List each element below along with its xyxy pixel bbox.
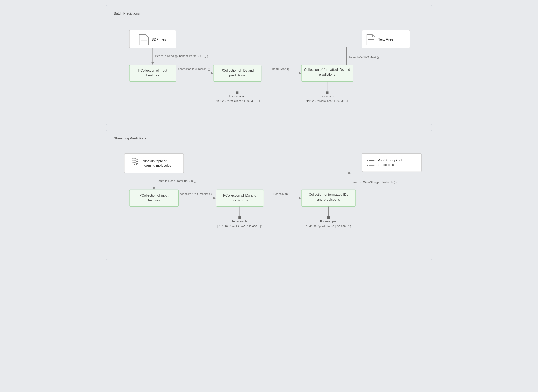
batch-sink-label: Text Files (378, 37, 393, 41)
svg-rect-53 (327, 216, 330, 219)
svg-marker-37 (348, 171, 351, 174)
svg-rect-22 (326, 91, 328, 94)
svg-rect-18 (236, 91, 238, 94)
svg-text:[ "id": 28, "predictions": [ 3: [ "id": 28, "predictions": [ 30.638…] ] (217, 225, 262, 228)
streaming-box2-line2: predictions (232, 198, 248, 202)
batch-arrow3-label: beam.Map () (272, 67, 289, 71)
batch-arrow4-label: beam.io.WriteToText () (349, 55, 379, 59)
batch-source-label: SDF files (151, 37, 166, 41)
batch-box3-line1: Collection of formatted IDs and (304, 68, 350, 72)
svg-text:[ "id": 28, "predictions": [ 3: [ "id": 28, "predictions": [ 30.638…] ] (306, 225, 351, 228)
streaming-arrow3-label: Beam.Map () (273, 192, 290, 195)
streaming-box2-line1: PCollection of IDs and (223, 193, 256, 197)
svg-text:[ "id": 28, "predictions": [ 3: [ "id": 28, "predictions": [ 30.638…] ] (305, 99, 349, 102)
svg-rect-38 (362, 153, 421, 172)
streaming-box3-line1: Collection of formatted IDs (309, 193, 348, 197)
batch-box3-line2: predictions (319, 73, 335, 76)
batch-box2-line2: predictions (229, 73, 245, 77)
svg-marker-28 (153, 187, 155, 190)
svg-text:[ "id": 28, "predictions": [ 3: [ "id": 28, "predictions": [ 30.638…] ] (215, 99, 260, 102)
streaming-arrow2-label: beam.ParDo ( Predict ( ) ) (180, 192, 214, 195)
svg-text:incoming molecules: incoming molecules (142, 164, 171, 167)
batch-arrow2-label: beam.ParDo (Predict ( )) (178, 67, 210, 71)
svg-text:For example:: For example: (232, 220, 248, 223)
svg-marker-34 (299, 197, 301, 199)
batch-box1-line2: Features (146, 73, 159, 77)
batch-title: Batch Predictions (114, 11, 424, 15)
svg-marker-10 (299, 72, 301, 74)
streaming-box1-line1: PCollection of input (140, 193, 169, 197)
streaming-diagram: Pub/Sub topic of incoming molecules Beam… (114, 145, 424, 252)
batch-box1-line1: PCollection of input (138, 68, 167, 72)
batch-box2-line1: PCollection of IDs and (221, 68, 254, 72)
streaming-arrow1-label: Beam.io.ReadFromPubSub ( ) (156, 179, 196, 183)
svg-rect-49 (238, 216, 241, 219)
svg-marker-13 (345, 47, 348, 49)
streaming-box1-line2: features (148, 198, 160, 202)
batch-panel: Batch Predictions SDF files Beam.io.Read… (106, 5, 432, 125)
streaming-box3-line2: and predictions (317, 198, 340, 201)
svg-marker-7 (211, 72, 213, 74)
streaming-sink-label: Pub/Sub topic of (378, 158, 402, 162)
svg-text:For example:: For example: (229, 95, 246, 98)
batch-diagram: SDF files Beam.io.Read (pubchem.ParseSDF… (114, 20, 424, 117)
svg-text:For example:: For example: (320, 220, 337, 223)
streaming-arrow4-label: beam.io.WriteStringsToPubSub ( ) (352, 180, 397, 184)
streaming-title: Streaming Predictions (114, 136, 424, 140)
svg-rect-25 (124, 153, 184, 173)
svg-text:For example:: For example: (319, 95, 335, 98)
svg-marker-4 (151, 62, 154, 65)
batch-arrow1-label: Beam.io.Read (pubchem.ParseSDF ( ) ) (155, 54, 208, 58)
streaming-panel: Streaming Predictions Pub/Sub topic of i… (106, 130, 432, 260)
svg-marker-31 (213, 197, 216, 199)
svg-text:predictions: predictions (378, 163, 394, 167)
streaming-source-label: Pub/Sub topic of (142, 159, 167, 163)
